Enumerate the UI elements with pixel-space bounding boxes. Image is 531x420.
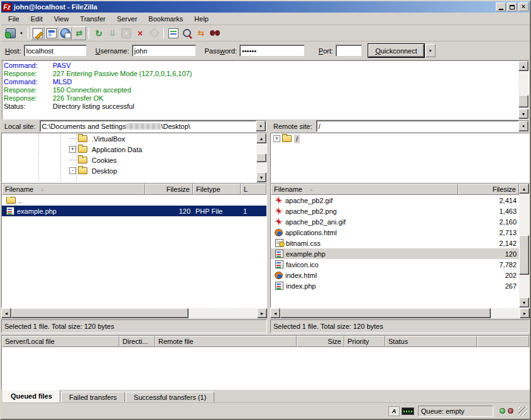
local-site-combo[interactable]: C:\Documents and Settings\Desktop\ ▼	[40, 120, 266, 132]
scroll-track[interactable]	[280, 308, 520, 318]
scroll-up-button[interactable]: ▲	[519, 184, 529, 194]
menu-file[interactable]: File	[3, 14, 25, 24]
tree-item-desktop[interactable]: - Desktop	[2, 165, 256, 176]
column-size[interactable]: Size	[297, 336, 344, 347]
synchronized-browsing-button[interactable]: ⇆	[194, 26, 208, 40]
quickconnect-dropdown[interactable]: ▼	[425, 44, 435, 57]
menu-bookmarks[interactable]: Bookmarks	[143, 14, 189, 24]
menu-view[interactable]: View	[48, 14, 75, 24]
scroll-track[interactable]	[256, 143, 266, 172]
tree-item-root[interactable]: + /	[271, 133, 529, 144]
remote-file-list[interactable]: apache_pb2.gif 2,414 apache_pb2.png 1,46…	[271, 195, 519, 307]
menu-help[interactable]: Help	[189, 14, 214, 24]
scroll-down-button[interactable]: ▼	[518, 109, 528, 119]
local-site-dropdown[interactable]: ▼	[256, 121, 266, 131]
file-row[interactable]: bitnami.css 2,142	[271, 238, 519, 248]
username-input[interactable]	[132, 45, 196, 57]
column-filename[interactable]: Filename▲	[271, 184, 458, 195]
file-row-example-php[interactable]: example.php 120	[271, 248, 519, 259]
expand-plus-icon[interactable]: +	[273, 135, 280, 142]
refresh-button[interactable]: ↻	[92, 26, 106, 40]
column-remote-file[interactable]: Remote file	[155, 336, 297, 347]
file-row[interactable]: apache_pb2_ani.gif 2,160	[271, 216, 519, 227]
file-row[interactable]: apache_pb2.png 1,463	[271, 206, 519, 216]
scroll-down-button[interactable]: ▼	[256, 172, 266, 182]
minimize-button[interactable]	[496, 3, 506, 11]
log-scrollbar[interactable]: ▲ ▼	[518, 61, 528, 119]
cancel-operation-button[interactable]: ×	[119, 26, 133, 40]
process-queue-button[interactable]: ⇊	[106, 26, 119, 40]
local-directory-tree[interactable]: .VirtualBox + Application Data Cookies -…	[2, 133, 256, 182]
site-manager-button[interactable]	[4, 26, 18, 40]
remote-list-hscrollbar[interactable]: ◄ ►	[270, 308, 530, 318]
scroll-left-button[interactable]: ◄	[1, 308, 11, 318]
column-status[interactable]: Status	[385, 336, 477, 347]
speed-limit-icon[interactable]	[402, 407, 414, 415]
scroll-track[interactable]	[519, 194, 529, 297]
column-priority[interactable]: Priority	[344, 336, 385, 347]
resize-grip[interactable]	[518, 407, 527, 416]
scroll-thumb[interactable]	[11, 308, 189, 318]
scroll-thumb[interactable]	[280, 308, 491, 318]
scroll-up-button[interactable]: ▲	[256, 133, 266, 143]
scroll-track[interactable]	[11, 308, 257, 318]
column-last-modified[interactable]: L	[241, 184, 266, 195]
close-button[interactable]: ×	[518, 3, 528, 11]
file-row-parent-dir[interactable]: ..	[2, 195, 266, 206]
column-server-local-file[interactable]: Server/Local file	[2, 336, 119, 347]
tree-item-cookies[interactable]: Cookies	[2, 155, 256, 165]
collapse-minus-icon[interactable]: -	[69, 167, 76, 174]
file-row-example-php[interactable]: example.php 120 PHP File 1	[2, 206, 266, 216]
toggle-queue-button[interactable]: ⇄	[72, 26, 86, 40]
column-filesize[interactable]: Filesize	[458, 184, 519, 195]
column-filename[interactable]: Filename▲	[2, 184, 145, 195]
site-manager-dropdown[interactable]: ▼	[18, 26, 25, 40]
tree-item-virtualbox[interactable]: .VirtualBox	[2, 133, 256, 144]
file-row[interactable]: apache_pb2.gif 2,414	[271, 195, 519, 206]
expand-plus-icon[interactable]: +	[69, 146, 76, 153]
scroll-thumb[interactable]	[518, 95, 528, 108]
menu-transfer[interactable]: Transfer	[74, 14, 111, 24]
disconnect-button[interactable]: ×	[133, 26, 147, 40]
remote-directory-tree[interactable]: + /	[271, 133, 529, 182]
queue-list[interactable]	[2, 347, 529, 389]
local-file-list[interactable]: .. example.php 120 PHP File 1	[2, 195, 266, 307]
file-row[interactable]: index.php 267	[271, 280, 519, 291]
port-input[interactable]	[336, 45, 362, 57]
host-input[interactable]	[24, 45, 87, 57]
toggle-remote-tree-button[interactable]	[58, 26, 72, 40]
scroll-right-button[interactable]: ►	[257, 308, 267, 318]
remote-site-combo[interactable]: / ▼	[316, 120, 529, 132]
local-tree-scrollbar[interactable]: ▲ ▼	[256, 133, 266, 182]
remote-list-scrollbar[interactable]: ▲ ▼	[519, 184, 529, 307]
column-filesize[interactable]: Filesize	[145, 184, 193, 195]
file-row[interactable]: favicon.ico 7,782	[271, 259, 519, 270]
scroll-down-button[interactable]: ▼	[519, 297, 529, 307]
find-files-button[interactable]	[208, 26, 222, 40]
file-row[interactable]: index.html 202	[271, 270, 519, 280]
column-direction[interactable]: Directi...	[119, 336, 155, 347]
maximize-button[interactable]	[507, 3, 517, 11]
scroll-thumb[interactable]	[256, 153, 266, 162]
column-filetype[interactable]: Filetype	[193, 184, 241, 195]
menu-server[interactable]: Server	[111, 14, 143, 24]
scroll-up-button[interactable]: ▲	[518, 61, 528, 71]
tab-successful-transfers[interactable]: Successful transfers (1)	[126, 392, 215, 402]
scroll-thumb[interactable]	[519, 235, 529, 275]
filter-button[interactable]	[167, 26, 180, 40]
tab-queued-files[interactable]: Queued files	[3, 390, 60, 402]
tab-failed-transfers[interactable]: Failed transfers	[61, 392, 125, 402]
tree-item-application-data[interactable]: + Application Data	[2, 144, 256, 155]
password-input[interactable]	[239, 45, 305, 57]
remote-site-dropdown[interactable]: ▼	[518, 121, 528, 131]
local-list-hscrollbar[interactable]: ◄ ►	[1, 308, 267, 318]
toggle-message-log-button[interactable]	[31, 26, 45, 40]
scroll-right-button[interactable]: ►	[520, 308, 530, 318]
data-type-indicator-icon[interactable]: A	[388, 406, 400, 416]
file-row[interactable]: applications.html 2,713	[271, 227, 519, 238]
toggle-local-tree-button[interactable]	[45, 26, 58, 40]
quickconnect-button[interactable]: Quickconnect	[368, 44, 424, 57]
scroll-left-button[interactable]: ◄	[270, 308, 280, 318]
scroll-track[interactable]	[518, 71, 528, 109]
menu-edit[interactable]: Edit	[25, 14, 48, 24]
